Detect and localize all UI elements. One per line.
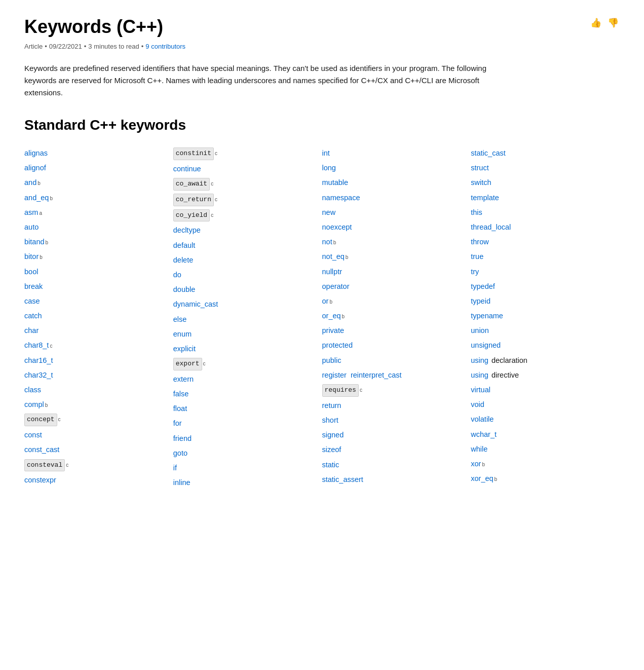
keyword-link[interactable]: operator xyxy=(322,281,350,292)
keyword-link[interactable]: volatile xyxy=(471,414,494,425)
keyword-link[interactable]: sizeof xyxy=(322,444,342,456)
keyword-link[interactable]: union xyxy=(471,325,488,337)
keyword-link[interactable]: compl xyxy=(24,399,44,411)
keyword-link[interactable]: friend xyxy=(173,433,192,444)
keyword-link[interactable]: and xyxy=(24,177,36,189)
keyword-link[interactable]: bitand xyxy=(24,236,45,248)
thumbs-down-button[interactable]: 👎 xyxy=(607,16,620,29)
keyword-link[interactable]: void xyxy=(471,399,484,411)
keyword-link[interactable]: do xyxy=(173,269,181,281)
keyword-link[interactable]: mutable xyxy=(322,177,349,189)
list-item: nullptr xyxy=(322,266,471,278)
keyword-link[interactable]: or xyxy=(322,295,329,307)
keyword-link[interactable]: char xyxy=(24,325,39,337)
keyword-link[interactable]: else xyxy=(173,314,187,325)
keyword-link[interactable]: int xyxy=(322,147,330,159)
keyword-link[interactable]: case xyxy=(24,295,40,307)
keyword-link[interactable]: short xyxy=(322,415,338,426)
contributors-link[interactable]: 9 contributors xyxy=(145,43,185,50)
keyword-link[interactable]: decltype xyxy=(173,225,201,236)
keyword-link[interactable]: wchar_t xyxy=(471,429,497,440)
keyword-link[interactable]: double xyxy=(173,284,196,295)
keyword-link[interactable]: default xyxy=(173,240,196,251)
keyword-link[interactable]: static xyxy=(322,459,339,471)
keyword-link[interactable]: private xyxy=(322,325,345,337)
keyword-link[interactable]: thread_local xyxy=(471,221,511,233)
keyword-link[interactable]: asm xyxy=(24,207,38,218)
keyword-link[interactable]: const xyxy=(24,429,42,441)
keyword-link[interactable]: unsigned xyxy=(471,340,501,351)
keyword-link[interactable]: break xyxy=(24,281,43,292)
keyword-link[interactable]: alignof xyxy=(24,162,46,174)
list-item: using directive xyxy=(471,369,620,381)
list-item: break xyxy=(24,281,173,292)
keyword-link[interactable]: for xyxy=(173,418,182,429)
keyword-link[interactable]: static_assert xyxy=(322,474,363,486)
keyword-link[interactable]: virtual xyxy=(471,384,490,396)
keyword-link[interactable]: template xyxy=(471,192,499,204)
keyword-link[interactable]: typename xyxy=(471,310,503,322)
keyword-link[interactable]: inline xyxy=(173,477,191,489)
keyword-link[interactable]: if xyxy=(173,462,177,474)
keyword-link[interactable]: char32_t xyxy=(24,369,53,381)
keyword-link[interactable]: struct xyxy=(471,162,488,174)
keyword-link[interactable]: bool xyxy=(24,266,38,278)
keyword-link[interactable]: not xyxy=(322,236,332,248)
keyword-link[interactable]: alignas xyxy=(24,147,48,159)
keyword-link[interactable]: signed xyxy=(322,429,344,441)
keyword-link[interactable]: static_cast xyxy=(471,147,506,159)
keyword-link[interactable]: throw xyxy=(471,236,488,248)
keyword-code: concept xyxy=(24,414,57,426)
keyword-link[interactable]: noexcept xyxy=(322,221,352,233)
keyword-link[interactable]: nullptr xyxy=(322,266,343,278)
keyword-link[interactable]: typeid xyxy=(471,295,490,307)
list-item: continue xyxy=(173,163,322,175)
keyword-link[interactable]: dynamic_cast xyxy=(173,299,218,310)
keyword-link[interactable]: try xyxy=(471,266,479,278)
keyword-link[interactable]: not_eq xyxy=(322,251,345,263)
keyword-link[interactable]: namespace xyxy=(322,192,360,204)
list-item: if xyxy=(173,462,322,474)
keyword-link[interactable]: explicit xyxy=(173,343,196,355)
keyword-link[interactable]: continue xyxy=(173,163,201,175)
keyword-link[interactable]: false xyxy=(173,388,189,400)
list-item: alignas xyxy=(24,147,173,159)
keyword-link[interactable]: and_eq xyxy=(24,192,49,204)
keyword-column-4: static_cast struct switch template this … xyxy=(471,147,620,489)
keyword-link[interactable]: catch xyxy=(24,310,42,322)
keyword-link[interactable]: this xyxy=(471,207,482,218)
keyword-link[interactable]: float xyxy=(173,403,187,415)
keyword-link[interactable]: enum xyxy=(173,328,192,340)
keyword-link-using-decl[interactable]: using xyxy=(471,355,488,366)
keyword-link[interactable]: goto xyxy=(173,448,187,459)
keyword-link-using-dir[interactable]: using xyxy=(471,369,488,381)
keyword-link[interactable]: switch xyxy=(471,177,491,189)
keyword-link[interactable]: register xyxy=(322,369,347,381)
keyword-link[interactable]: return xyxy=(322,400,342,412)
keyword-link[interactable]: char8_t xyxy=(24,340,49,351)
keyword-link[interactable]: char16_t xyxy=(24,355,53,366)
keyword-link[interactable]: constexpr xyxy=(24,474,56,486)
keyword-link[interactable]: public xyxy=(322,355,342,366)
superscript: c xyxy=(66,461,68,469)
keyword-link[interactable]: delete xyxy=(173,254,194,266)
keyword-link-reinterpret[interactable]: reinterpret_cast xyxy=(351,369,402,381)
keyword-link[interactable]: bitor xyxy=(24,251,39,263)
keyword-link[interactable]: auto xyxy=(24,221,39,233)
keyword-link[interactable]: or_eq xyxy=(322,310,341,322)
keyword-link[interactable]: class xyxy=(24,384,41,396)
keyword-link[interactable]: xor xyxy=(471,458,481,470)
keyword-link[interactable]: while xyxy=(471,443,487,455)
keyword-link[interactable]: true xyxy=(471,251,483,263)
keyword-link[interactable]: long xyxy=(322,162,336,174)
thumbs-up-button[interactable]: 👍 xyxy=(589,16,602,29)
keyword-link[interactable]: new xyxy=(322,207,336,218)
keyword-link[interactable]: protected xyxy=(322,340,353,351)
keyword-link[interactable]: typedef xyxy=(471,281,495,292)
feedback-buttons[interactable]: 👍 👎 xyxy=(589,16,620,29)
keyword-code: co_return xyxy=(173,194,214,206)
keyword-column-3: int long mutable namespace new noexcept … xyxy=(322,147,471,489)
keyword-link[interactable]: const_cast xyxy=(24,444,59,456)
keyword-link[interactable]: extern xyxy=(173,374,194,385)
keyword-link[interactable]: xor_eq xyxy=(471,473,493,485)
